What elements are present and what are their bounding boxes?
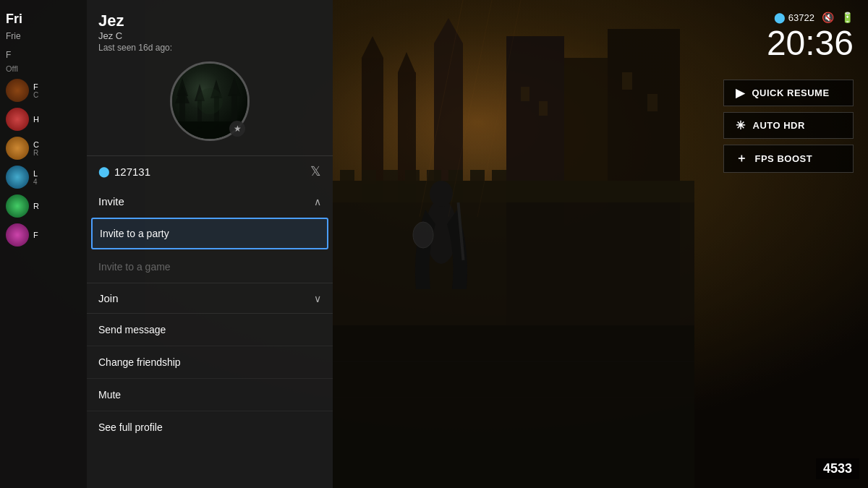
join-section-label: Join	[98, 292, 119, 304]
join-section: Join ∨	[87, 283, 333, 314]
see-full-profile-label: See full profile	[98, 421, 163, 433]
fps-boost-icon: ＋	[736, 151, 748, 166]
friend-item-4[interactable]: L 4	[6, 166, 81, 189]
send-message-item[interactable]: Send message	[87, 314, 333, 346]
profile-gamertag: Jez C	[98, 30, 321, 41]
friend-info-3: C R	[33, 140, 39, 157]
invite-section-label: Invite	[98, 195, 124, 207]
profile-lastseen: Last seen 16d ago:	[98, 43, 321, 53]
friend-item-3[interactable]: C R	[6, 137, 81, 160]
profile-header: Jez Jez C Last seen 16d ago:	[87, 0, 333, 156]
hud-gamerscore-icon: ⬤	[774, 12, 786, 23]
friend-detail-1: C	[33, 91, 38, 99]
friend-info-6: F	[33, 231, 38, 239]
hud-mute-icon: 🔇	[822, 12, 834, 23]
friend-item-2[interactable]: H	[6, 108, 81, 131]
invite-to-game-item: Invite to a game	[87, 251, 333, 283]
fps-boost-label: FPS BOOST	[755, 153, 813, 164]
friend-name-5: R	[33, 202, 39, 210]
avatar-star-icon: ★	[229, 121, 245, 137]
gamerscore-value: 127131	[114, 166, 150, 178]
invite-section: Invite ∧ Invite to a party Invite to a g…	[87, 187, 333, 283]
hud-icons-row: ⬤ 63722 🔇 🔋	[767, 12, 854, 23]
change-friendship-item[interactable]: Change friendship	[87, 346, 333, 379]
fps-boost-button[interactable]: ＋ FPS BOOST	[723, 145, 854, 173]
invite-to-party-item[interactable]: Invite to a party	[91, 218, 328, 249]
friend-item-5[interactable]: R	[6, 194, 81, 218]
invite-to-party-label: Invite to a party	[100, 228, 169, 239]
svg-point-45	[197, 88, 223, 114]
friend-info-2: H	[33, 115, 39, 124]
quick-resume-button[interactable]: ▶ QUICK RESUME	[723, 80, 854, 106]
hud-battery-icon: 🔋	[841, 12, 854, 23]
invite-section-header[interactable]: Invite ∧	[87, 187, 333, 216]
friend-name-1: F	[33, 82, 38, 91]
friend-name-3: C	[33, 140, 39, 149]
invite-to-game-label: Invite to a game	[98, 261, 171, 273]
friend-name-2: H	[33, 115, 39, 124]
change-friendship-label: Change friendship	[98, 356, 181, 368]
join-section-header[interactable]: Join ∨	[87, 283, 333, 313]
hud-time: 20:36	[767, 26, 854, 61]
friend-info-1: F C	[33, 82, 38, 99]
sidebar: Fri Frie F Offl F C H C R L 4 R	[0, 0, 87, 488]
friend-avatar-3	[6, 137, 29, 160]
right-panel: ▶ QUICK RESUME ✳ AUTO HDR ＋ FPS BOOST	[723, 80, 854, 173]
quick-resume-icon: ▶	[736, 86, 745, 100]
friend-name-6: F	[33, 231, 38, 239]
profile-stats: ⬤ 127131 𝕏	[87, 156, 333, 187]
friend-avatar-4	[6, 166, 29, 189]
friend-avatar-5	[6, 194, 29, 218]
auto-hdr-icon: ✳	[736, 119, 746, 132]
profile-popup: Jez Jez C Last seen 16d ago:	[87, 0, 333, 488]
quick-resume-label: QUICK RESUME	[752, 87, 830, 98]
join-chevron-icon: ∨	[314, 293, 321, 304]
twitter-icon[interactable]: 𝕏	[310, 163, 321, 179]
profile-name: Jez	[98, 12, 321, 30]
friend-info-4: L 4	[33, 169, 38, 186]
sidebar-status: Offl	[6, 64, 81, 73]
avatar-container: ★	[170, 61, 250, 141]
sidebar-subtitle: Frie	[6, 31, 81, 41]
gamerscore-icon: ⬤	[98, 166, 110, 177]
friend-avatar-6	[6, 223, 29, 247]
friend-detail-3: R	[33, 149, 39, 157]
see-full-profile-item[interactable]: See full profile	[87, 411, 333, 443]
top-hud: ⬤ 63722 🔇 🔋 20:36	[767, 12, 854, 61]
hud-score: ⬤ 63722	[774, 12, 814, 23]
bottom-counter: 4533	[816, 458, 859, 479]
friend-item-6[interactable]: F	[6, 223, 81, 247]
friend-avatar-1	[6, 79, 29, 102]
mute-item[interactable]: Mute	[87, 379, 333, 411]
mute-label: Mute	[98, 389, 121, 401]
sidebar-title: Fri	[6, 12, 81, 27]
gamerscore: ⬤ 127131	[98, 166, 150, 178]
friend-info-5: R	[33, 202, 39, 210]
friend-detail-4: 4	[33, 178, 38, 186]
auto-hdr-label: AUTO HDR	[753, 120, 805, 131]
friend-avatar-2	[6, 108, 29, 131]
hud-score-value: 63722	[788, 12, 814, 23]
send-message-label: Send message	[98, 324, 166, 335]
friend-name-4: L	[33, 169, 38, 178]
invite-chevron-icon: ∧	[314, 196, 321, 207]
auto-hdr-button[interactable]: ✳ AUTO HDR	[723, 112, 854, 139]
friend-item-1[interactable]: F C	[6, 79, 81, 102]
sidebar-section-label: F	[6, 50, 81, 60]
